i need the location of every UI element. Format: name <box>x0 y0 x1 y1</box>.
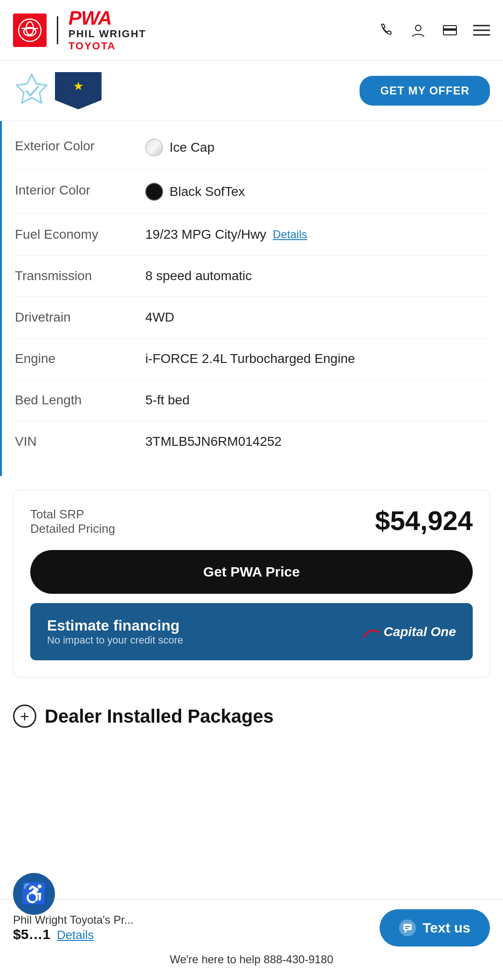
chat-bubble-icon <box>399 920 416 936</box>
svg-marker-11 <box>17 74 47 103</box>
phil-wright-label: PHIL WRIGHT <box>68 28 146 40</box>
help-text: We're here to help 888-430-9180 <box>13 953 490 966</box>
svg-marker-15 <box>404 930 407 933</box>
transmission-label: Transmission <box>15 268 145 283</box>
fuel-economy-row: Fuel Economy 19/23 MPG City/Hwy Details <box>15 214 490 255</box>
header-divider <box>57 16 58 44</box>
text-us-label: Text us <box>422 920 470 936</box>
toyota-badge <box>13 13 47 47</box>
phone-icon[interactable] <box>378 22 395 39</box>
pricing-amount: $54,924 <box>375 507 473 534</box>
ice-cap-swatch <box>145 139 163 156</box>
bed-length-label: Bed Length <box>15 393 145 408</box>
engine-value: i-FORCE 2.4L Turbocharged Engine <box>145 351 490 366</box>
exterior-color-label: Exterior Color <box>15 139 145 154</box>
svg-rect-6 <box>443 28 456 31</box>
get-pwa-price-button[interactable]: Get PWA Price <box>30 550 473 594</box>
menu-icon[interactable] <box>473 24 490 37</box>
fuel-economy-label: Fuel Economy <box>15 227 145 242</box>
bottom-bar: Phil Wright Toyota's Pr... $5…1 Details … <box>0 899 503 980</box>
interior-color-text: Black SofTex <box>170 184 245 199</box>
specs-section: Exterior Color Ice Cap Interior Color Bl… <box>0 121 503 476</box>
capital-one-logo: Capital One <box>361 624 456 639</box>
engine-label: Engine <box>15 351 145 366</box>
engine-text: i-FORCE 2.4L Turbocharged Engine <box>145 351 355 366</box>
pwa-label: PWA <box>68 8 146 28</box>
bottom-bar-left: Phil Wright Toyota's Pr... $5…1 Details <box>13 913 133 942</box>
bottom-price: $5…1 <box>13 926 50 942</box>
financing-info: Estimate financing No impact to your cre… <box>47 617 183 646</box>
accessibility-icon: ♿ <box>21 881 48 906</box>
capital-one-text: Capital One <box>383 624 456 639</box>
svg-point-4 <box>415 25 421 31</box>
svg-text:★: ★ <box>74 81 83 92</box>
exterior-color-text: Ice Cap <box>170 140 215 155</box>
transmission-text: 8 speed automatic <box>145 268 252 283</box>
interior-color-value: Black SofTex <box>145 183 490 201</box>
vin-text: 3TMLB5JN6RM014252 <box>145 434 282 449</box>
dealer-packages-title: Dealer Installed Packages <box>45 706 273 727</box>
accessibility-button[interactable]: ♿ <box>13 873 55 915</box>
interior-color-row: Interior Color Black SofTex <box>15 170 490 214</box>
exterior-color-row: Exterior Color Ice Cap <box>15 126 490 170</box>
brand-name: PWA PHIL WRIGHT TOYOTA <box>68 8 146 52</box>
drivetrain-text: 4WD <box>145 310 174 325</box>
vin-row: VIN 3TMLB5JN6RM014252 <box>15 421 490 462</box>
text-us-button[interactable]: Text us <box>380 909 490 946</box>
transmission-row: Transmission 8 speed automatic <box>15 255 490 297</box>
payment-icon[interactable] <box>442 22 458 39</box>
vin-label: VIN <box>15 434 145 449</box>
account-icon[interactable] <box>410 22 427 39</box>
header-icons <box>378 22 490 39</box>
header: PWA PHIL WRIGHT TOYOTA <box>0 0 503 61</box>
banner-left: ★ <box>13 72 352 109</box>
financing-title: Estimate financing <box>47 617 180 634</box>
fuel-economy-details-link[interactable]: Details <box>273 228 307 241</box>
get-offer-button[interactable]: GET MY OFFER <box>360 76 490 106</box>
transmission-value: 8 speed automatic <box>145 268 490 283</box>
interior-color-label: Interior Color <box>15 183 145 198</box>
plus-circle-icon[interactable]: + <box>13 705 36 728</box>
banner-section: ★ GET MY OFFER <box>0 61 503 121</box>
dealership-name: Phil Wright Toyota's Pr... <box>13 913 133 926</box>
drivetrain-value: 4WD <box>145 310 490 325</box>
drivetrain-label: Drivetrain <box>15 310 145 325</box>
estimate-financing-button[interactable]: Estimate financing No impact to your cre… <box>30 603 473 660</box>
award-icon <box>13 72 50 109</box>
pricing-top: Total SRP Detailed Pricing $54,924 <box>30 507 473 536</box>
detailed-pricing-label: Detailed Pricing <box>30 522 115 536</box>
total-srp-label: Total SRP <box>30 507 115 522</box>
financing-subtitle: No impact to your credit score <box>47 634 183 646</box>
logo-group: PWA PHIL WRIGHT TOYOTA <box>13 8 378 52</box>
fuel-economy-text: 19/23 MPG City/Hwy <box>145 227 266 242</box>
bed-length-text: 5-ft bed <box>145 393 190 408</box>
bed-length-value: 5-ft bed <box>145 393 490 408</box>
vin-value: 3TMLB5JN6RM014252 <box>145 434 490 449</box>
drivetrain-row: Drivetrain 4WD <box>15 297 490 338</box>
fuel-economy-value: 19/23 MPG City/Hwy Details <box>145 227 490 242</box>
capital-one-swoosh-icon <box>361 625 380 639</box>
exterior-color-value: Ice Cap <box>145 139 490 156</box>
toyota-brand-label: TOYOTA <box>68 40 146 52</box>
dealer-packages-section: + Dealer Installed Packages <box>0 691 503 737</box>
bed-length-row: Bed Length 5-ft bed <box>15 380 490 421</box>
bottom-bar-content: Phil Wright Toyota's Pr... $5…1 Details … <box>13 909 490 946</box>
pricing-labels: Total SRP Detailed Pricing <box>30 507 115 536</box>
flag-banner-icon: ★ <box>55 72 102 109</box>
pricing-card: Total SRP Detailed Pricing $54,924 Get P… <box>13 490 490 678</box>
bottom-details-link[interactable]: Details <box>57 928 94 942</box>
black-swatch <box>145 183 163 201</box>
engine-row: Engine i-FORCE 2.4L Turbocharged Engine <box>15 338 490 380</box>
